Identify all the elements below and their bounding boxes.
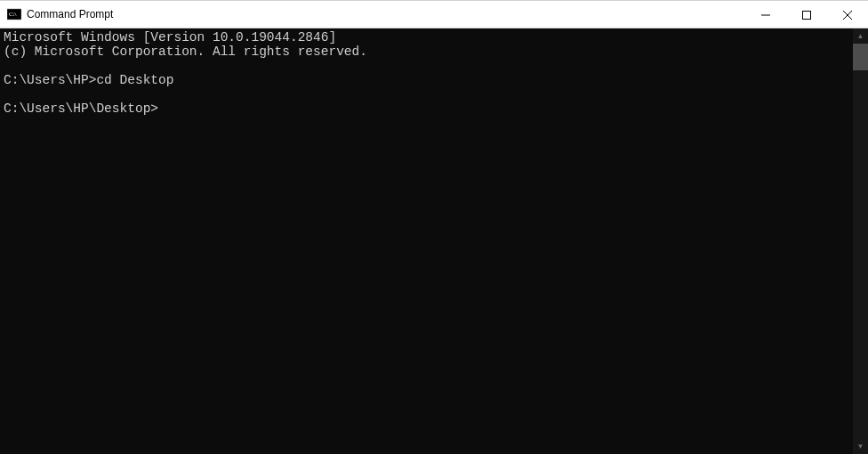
maximize-icon xyxy=(802,11,811,20)
svg-text:C:\: C:\ xyxy=(9,11,17,18)
window-title: Command Prompt xyxy=(27,8,113,20)
console-line: (c) Microsoft Corporation. All rights re… xyxy=(4,45,367,59)
command-prompt-window: C:\ Command Prompt xyxy=(0,0,868,454)
minimize-button[interactable] xyxy=(745,1,786,28)
chevron-up-icon: ▲ xyxy=(857,33,864,40)
console-line: Microsoft Windows [Version 10.0.19044.28… xyxy=(4,30,336,45)
console-output[interactable]: Microsoft Windows [Version 10.0.19044.28… xyxy=(0,28,853,454)
svg-rect-3 xyxy=(803,11,811,19)
console-area: Microsoft Windows [Version 10.0.19044.28… xyxy=(0,28,868,454)
title-bar-left: C:\ Command Prompt xyxy=(0,7,745,21)
scrollbar-down-button[interactable]: ▼ xyxy=(853,439,868,454)
chevron-down-icon: ▼ xyxy=(857,443,864,450)
scrollbar-thumb[interactable] xyxy=(853,44,868,70)
close-button[interactable] xyxy=(827,1,868,28)
scrollbar-up-button[interactable]: ▲ xyxy=(853,28,868,44)
console-line: C:\Users\HP>cd Desktop xyxy=(4,73,173,87)
close-icon xyxy=(843,11,852,20)
cmd-icon: C:\ xyxy=(7,7,21,21)
title-bar[interactable]: C:\ Command Prompt xyxy=(0,1,868,28)
window-controls xyxy=(745,1,868,28)
maximize-button[interactable] xyxy=(786,1,827,28)
minimize-icon xyxy=(761,11,770,20)
console-line: C:\Users\HP\Desktop> xyxy=(4,101,158,116)
vertical-scrollbar[interactable]: ▲ ▼ xyxy=(853,28,868,454)
scrollbar-track[interactable] xyxy=(853,44,868,439)
